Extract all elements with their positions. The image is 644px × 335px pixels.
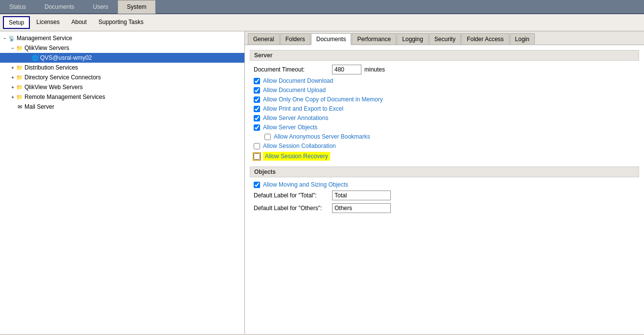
tree-node-management-service[interactable]: − 📡 Management Service bbox=[0, 33, 244, 43]
default-label-total-label: Default Label for "Total": bbox=[254, 192, 332, 199]
checkbox-allow-session-recovery[interactable] bbox=[254, 153, 260, 160]
tree-node-qlikview-servers[interactable]: − 📁 QlikView Servers bbox=[0, 43, 244, 53]
tab-documents[interactable]: Documents bbox=[311, 33, 352, 45]
label-allow-anon-bookmarks[interactable]: Allow Anonymous Server Bookmarks bbox=[274, 133, 370, 140]
tab-folders[interactable]: Folders bbox=[280, 33, 310, 45]
check-allow-download: Allow Document Download bbox=[250, 77, 639, 84]
check-allow-moving: Allow Moving and Sizing Objects bbox=[250, 181, 639, 188]
tab-login[interactable]: Login bbox=[510, 33, 535, 45]
label-allow-print[interactable]: Allow Print and Export to Excel bbox=[263, 105, 343, 112]
tree-label-qvs-server: QVS@usral-wmy02 bbox=[40, 54, 92, 61]
tree-node-remote-mgmt[interactable]: + 📁 Remote Management Services bbox=[0, 92, 244, 102]
menu-licenses[interactable]: Licenses bbox=[31, 16, 65, 29]
check-allow-one-copy: Allow Only One Copy of Document in Memor… bbox=[250, 96, 639, 103]
menu-setup[interactable]: Setup bbox=[3, 16, 30, 29]
check-allow-print: Allow Print and Export to Excel bbox=[250, 105, 639, 112]
tree-label-qlikview-web: QlikView Web Servers bbox=[24, 84, 83, 91]
tree-node-qlikview-web[interactable]: + 📁 QlikView Web Servers bbox=[0, 82, 244, 92]
default-label-total-input[interactable] bbox=[332, 191, 391, 200]
tree-node-qvs-server[interactable]: 🌐 QVS@usral-wmy02 bbox=[0, 53, 244, 63]
globe-icon-qvs: 🌐 bbox=[31, 54, 39, 62]
server-section: Server Document Timeout: minutes Allow D… bbox=[250, 50, 639, 161]
check-allow-session-collab: Allow Session Collaboration bbox=[250, 143, 639, 149]
check-allow-anon-bookmarks: Allow Anonymous Server Bookmarks bbox=[250, 133, 639, 140]
expand-icon-qvservers[interactable]: − bbox=[10, 45, 16, 51]
checkbox-allow-anon-bookmarks[interactable] bbox=[264, 134, 271, 140]
checkbox-allow-session-collab[interactable] bbox=[254, 143, 260, 149]
tree-label-remote-mgmt: Remote Management Services bbox=[24, 94, 105, 100]
expand-icon-management[interactable]: − bbox=[2, 35, 8, 41]
expand-icon-directory[interactable]: + bbox=[10, 74, 16, 80]
label-allow-objects[interactable]: Allow Server Objects bbox=[263, 124, 317, 131]
folder-icon-qvservers: 📁 bbox=[16, 44, 24, 52]
tree-node-directory-service[interactable]: + 📁 Directory Service Connectors bbox=[0, 72, 244, 82]
top-tab-bar: Status Documents Users System bbox=[0, 0, 644, 14]
tree-label-qlikview-servers: QlikView Servers bbox=[24, 45, 69, 51]
expand-icon-web[interactable]: + bbox=[10, 84, 16, 90]
tab-performance[interactable]: Performance bbox=[352, 33, 396, 45]
label-allow-one-copy[interactable]: Allow Only One Copy of Document in Memor… bbox=[263, 96, 383, 103]
tree-node-distribution[interactable]: + 📁 Distribution Services bbox=[0, 63, 244, 72]
tree-label-distribution: Distribution Services bbox=[24, 64, 78, 71]
expand-icon-distribution[interactable]: + bbox=[10, 65, 16, 71]
label-allow-session-recovery[interactable]: Allow Session Recovery bbox=[263, 152, 330, 161]
highlighted-session-recovery: Allow Session Recovery bbox=[263, 152, 330, 161]
default-label-others-row: Default Label for "Others": bbox=[250, 203, 639, 213]
checkbox-allow-upload[interactable] bbox=[254, 87, 260, 94]
checkbox-allow-objects[interactable] bbox=[254, 124, 260, 131]
tab-general[interactable]: General bbox=[248, 33, 280, 45]
menu-supporting-tasks[interactable]: Supporting Tasks bbox=[93, 16, 149, 29]
tab-logging[interactable]: Logging bbox=[397, 33, 429, 45]
tab-status[interactable]: Status bbox=[0, 0, 35, 13]
tab-security[interactable]: Security bbox=[429, 33, 461, 45]
check-allow-objects: Allow Server Objects bbox=[250, 124, 639, 131]
document-timeout-label: Document Timeout: bbox=[254, 66, 332, 73]
document-timeout-unit: minutes bbox=[364, 66, 385, 73]
tab-system[interactable]: System bbox=[118, 0, 156, 14]
tree-panel: − 📡 Management Service − 📁 QlikView Serv… bbox=[0, 31, 245, 334]
tab-folder-access[interactable]: Folder Access bbox=[461, 33, 509, 45]
objects-section: Objects Allow Moving and Sizing Objects … bbox=[250, 167, 639, 213]
tab-users[interactable]: Users bbox=[84, 0, 118, 13]
checkbox-allow-moving[interactable] bbox=[254, 182, 260, 188]
menu-bar: Setup Licenses About Supporting Tasks bbox=[0, 14, 644, 31]
checkbox-allow-print[interactable] bbox=[254, 106, 260, 112]
tree-label-mail-server: Mail Server bbox=[24, 103, 54, 110]
folder-icon-distribution: 📁 bbox=[16, 64, 24, 72]
default-label-others-label: Default Label for "Others": bbox=[254, 205, 332, 212]
document-timeout-input[interactable] bbox=[332, 65, 361, 74]
tree-label-directory-service: Directory Service Connectors bbox=[24, 74, 101, 81]
content-area: Server Document Timeout: minutes Allow D… bbox=[245, 45, 644, 334]
expand-icon-remote[interactable]: + bbox=[10, 94, 16, 100]
document-timeout-row: Document Timeout: minutes bbox=[250, 65, 639, 74]
server-section-header: Server bbox=[250, 50, 639, 61]
checkbox-allow-annotations[interactable] bbox=[254, 115, 260, 121]
folder-icon-remote: 📁 bbox=[16, 93, 24, 101]
menu-about[interactable]: About bbox=[66, 16, 92, 29]
label-allow-session-collab[interactable]: Allow Session Collaboration bbox=[263, 143, 336, 149]
label-allow-download[interactable]: Allow Document Download bbox=[263, 77, 333, 84]
antenna-icon: 📡 bbox=[8, 34, 16, 42]
right-panel: General Folders Documents Performance Lo… bbox=[245, 31, 644, 334]
content-tab-row: General Folders Documents Performance Lo… bbox=[245, 31, 644, 45]
tab-documents[interactable]: Documents bbox=[35, 0, 84, 13]
tree-label-management: Management Service bbox=[17, 35, 72, 42]
expand-icon-mail[interactable] bbox=[10, 104, 16, 110]
tree-node-mail-server[interactable]: ✉ Mail Server bbox=[0, 102, 244, 112]
envelope-icon: ✉ bbox=[16, 103, 24, 111]
check-allow-annotations: Allow Server Annotations bbox=[250, 115, 639, 121]
folder-icon-directory: 📁 bbox=[16, 73, 24, 81]
checkbox-allow-download[interactable] bbox=[254, 78, 260, 84]
objects-section-header: Objects bbox=[250, 167, 639, 177]
default-label-total-row: Default Label for "Total": bbox=[250, 191, 639, 200]
checkbox-allow-one-copy[interactable] bbox=[254, 96, 260, 103]
expand-icon-qvs[interactable] bbox=[25, 55, 31, 61]
label-allow-annotations[interactable]: Allow Server Annotations bbox=[263, 115, 328, 121]
label-allow-moving[interactable]: Allow Moving and Sizing Objects bbox=[263, 181, 348, 188]
default-label-others-input[interactable] bbox=[332, 203, 391, 213]
check-allow-upload: Allow Document Upload bbox=[250, 87, 639, 94]
main-layout: − 📡 Management Service − 📁 QlikView Serv… bbox=[0, 31, 644, 334]
check-allow-session-recovery: Allow Session Recovery bbox=[250, 152, 639, 161]
label-allow-upload[interactable]: Allow Document Upload bbox=[263, 87, 326, 94]
folder-icon-web: 📁 bbox=[16, 83, 24, 91]
